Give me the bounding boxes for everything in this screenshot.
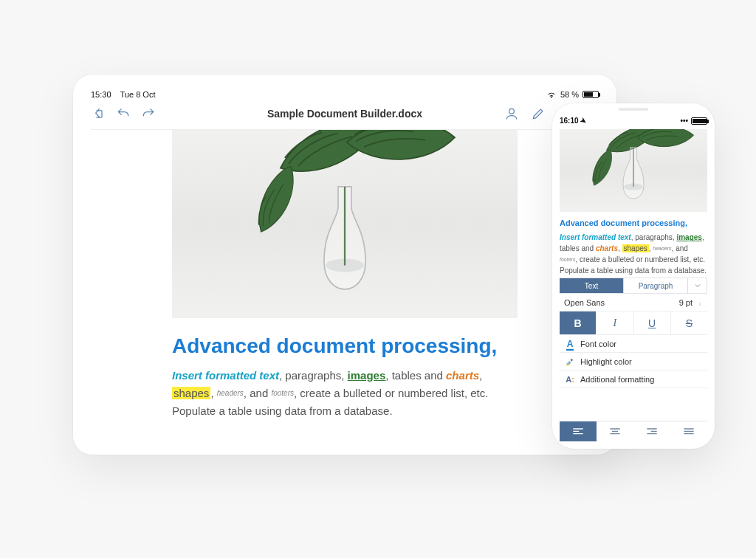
strike-button[interactable]: S xyxy=(671,311,707,334)
phone-status-bar: 16:10 ➤ ••• xyxy=(560,117,707,125)
alignment-bar xyxy=(560,421,707,441)
text-images: images xyxy=(348,369,386,382)
text-headers: headers xyxy=(217,389,244,397)
segmented-control: Text Paragraph xyxy=(560,278,707,294)
font-name: Open Sans xyxy=(564,298,605,307)
battery-icon xyxy=(691,117,707,125)
cell-icon: ••• xyxy=(680,117,688,125)
ptext-shapes: shapes xyxy=(622,244,649,252)
wifi-icon xyxy=(546,89,557,100)
text-charts: charts xyxy=(446,369,479,382)
phone-document-heading: Advanced document processing, xyxy=(560,218,707,229)
undo-icon[interactable] xyxy=(116,106,131,121)
svg-point-1 xyxy=(509,108,515,114)
document-page[interactable]: Advanced document processing, Insert for… xyxy=(91,129,599,434)
user-icon[interactable] xyxy=(504,106,519,121)
highlight-color-label: Highlight color xyxy=(580,357,632,366)
tab-paragraph[interactable]: Paragraph xyxy=(624,278,688,293)
align-center-button[interactable] xyxy=(597,421,633,441)
phone-device: 16:10 ➤ ••• Advanced document processing… xyxy=(552,103,715,449)
tablet-battery-pct: 58 % xyxy=(560,90,579,99)
ptext-footers: footers xyxy=(560,257,575,262)
phone-hero-image xyxy=(560,129,707,212)
tab-text[interactable]: Text xyxy=(560,278,624,293)
additional-formatting-icon: A: xyxy=(564,375,576,384)
text-shapes: shapes xyxy=(172,387,210,399)
align-justify-button[interactable] xyxy=(670,421,707,441)
underline-button[interactable]: U xyxy=(634,311,671,334)
align-left-button[interactable] xyxy=(560,421,597,441)
tablet-time: 15:30 xyxy=(91,90,111,99)
text-insert-formatted: Insert formatted text xyxy=(172,369,279,382)
additional-formatting-row[interactable]: A: Additional formatting xyxy=(560,371,707,388)
font-row[interactable]: Open Sans 9 pt xyxy=(560,294,707,311)
svg-rect-3 xyxy=(566,365,571,365)
font-color-label: Font color xyxy=(580,340,616,348)
ptext-insert-formatted: Insert formatted text xyxy=(560,233,631,241)
italic-button[interactable]: I xyxy=(597,311,633,334)
document-body: Insert formatted text, paragraphs, image… xyxy=(172,367,518,420)
font-size: 9 pt xyxy=(679,298,693,307)
bold-button[interactable]: B xyxy=(560,311,597,334)
highlight-icon xyxy=(564,356,576,367)
tablet-toolbar: Sample Document Builder.docx xyxy=(91,104,599,123)
font-color-row[interactable]: A Font color xyxy=(560,335,707,353)
ptext-charts: charts xyxy=(596,244,618,252)
chevron-right-icon xyxy=(697,300,703,306)
phone-document[interactable]: Advanced document processing, Insert for… xyxy=(560,218,707,276)
hero-image xyxy=(172,130,518,318)
tablet-date: Tue 8 Oct xyxy=(120,90,156,99)
highlight-color-row[interactable]: Highlight color xyxy=(560,353,707,371)
align-right-button[interactable] xyxy=(633,421,670,441)
phone-time: 16:10 xyxy=(560,117,579,125)
ptext-headers: headers xyxy=(653,246,671,251)
tablet-device: 15:30 Tue 8 Oct 58 % Sample Document Bui… xyxy=(73,75,616,455)
ptext-images: images xyxy=(676,233,701,241)
battery-icon xyxy=(583,91,599,98)
back-file-icon[interactable] xyxy=(91,106,106,121)
collapse-panel-button[interactable] xyxy=(688,278,707,293)
document-heading: Advanced document processing, xyxy=(172,334,518,358)
font-color-icon: A xyxy=(564,339,576,349)
edit-icon[interactable] xyxy=(531,106,546,121)
location-icon: ➤ xyxy=(579,116,588,126)
tablet-status-bar: 15:30 Tue 8 Oct 58 % xyxy=(91,89,599,100)
text-footers: footers xyxy=(271,389,294,397)
phone-speaker xyxy=(619,108,648,111)
redo-icon[interactable] xyxy=(141,106,156,121)
style-button-group: B I U S xyxy=(560,311,707,335)
additional-formatting-label: Additional formatting xyxy=(580,375,654,384)
